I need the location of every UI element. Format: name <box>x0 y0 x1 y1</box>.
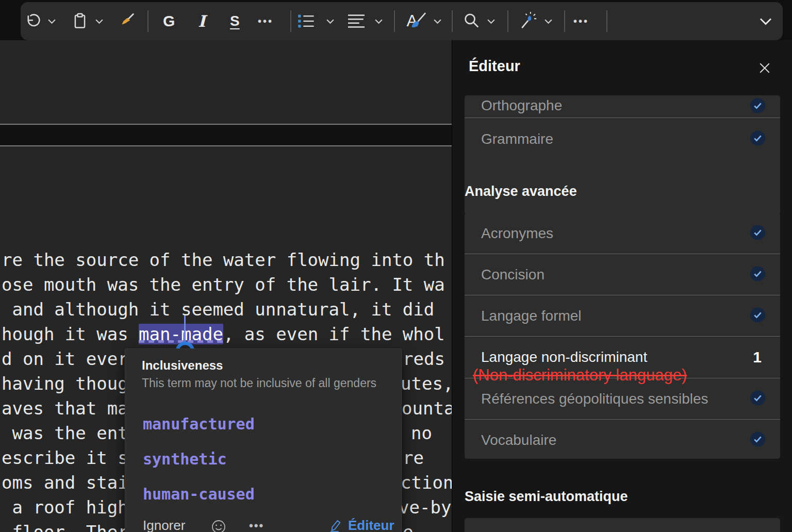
ellipsis-icon: ••• <box>573 15 589 27</box>
row-label: Langage formel <box>481 308 582 324</box>
chevron-down-icon <box>544 19 553 24</box>
panel-row-grammaire[interactable]: Grammaire <box>465 118 780 160</box>
doc-line: and although it seemed unnatural, it did <box>2 297 452 322</box>
ignore-button[interactable]: Ignorer <box>143 518 185 532</box>
align-dropdown[interactable] <box>374 2 383 40</box>
chevron-down-icon <box>759 18 772 25</box>
clipboard-icon <box>71 12 89 30</box>
italic-button[interactable]: I <box>198 2 206 40</box>
chevron-down-icon <box>374 19 383 24</box>
feedback-smiley-icon[interactable] <box>211 519 226 532</box>
panel-row-concision[interactable]: Concision <box>465 254 780 295</box>
row-label: Acronymes <box>481 225 553 242</box>
bullet-list-icon <box>297 13 316 29</box>
panel-row-orthographe[interactable]: Orthographe <box>465 95 780 118</box>
chevron-down-icon <box>47 19 56 24</box>
panel-title: Éditeur <box>469 58 520 75</box>
ink-editor-button[interactable] <box>518 2 537 40</box>
editor-pen-icon <box>329 519 343 532</box>
toolbar-divider <box>507 10 508 32</box>
issue-count: 1 <box>753 348 762 366</box>
collapse-ribbon-button[interactable] <box>759 2 772 40</box>
format-painter-button[interactable] <box>118 2 136 40</box>
doc-line-flagged: hough it was man-made, as even if the wh… <box>2 322 452 346</box>
popup-subtitle: This term may not be inclusive of all ge… <box>142 376 376 390</box>
check-badge[interactable] <box>750 130 766 148</box>
popup-title: Inclusiveness <box>142 358 223 373</box>
panel-row-acronymes[interactable]: Acronymes <box>465 213 780 254</box>
page-gap <box>0 124 452 146</box>
toolbar: G I S ••• <box>0 0 792 40</box>
row-label: Langage non-discriminant <box>481 349 647 365</box>
doc-line: re the source of the water flowing into … <box>2 247 452 272</box>
italic-label: I <box>198 2 206 40</box>
search-button[interactable] <box>462 2 481 40</box>
row-label: Orthographe <box>481 97 562 114</box>
row-label: Grammaire <box>481 131 553 147</box>
toolbar-divider <box>147 10 148 32</box>
advanced-analysis-card: Acronymes Concision Langage formel Langa… <box>465 213 780 459</box>
align-button[interactable] <box>346 2 366 40</box>
close-icon[interactable] <box>758 62 771 74</box>
chevron-down-icon <box>487 19 496 24</box>
toolbar-divider <box>394 10 395 32</box>
text-caret <box>184 315 186 342</box>
doc-line: ose mouth was the entry of the lair. It … <box>2 272 452 297</box>
underline-label: S <box>230 2 240 40</box>
section-header-autocomplete: Saisie semi-automatique <box>465 489 628 505</box>
chevron-down-icon <box>326 19 335 24</box>
chevron-down-icon <box>95 19 104 24</box>
toolbar-divider <box>290 10 291 32</box>
check-badge[interactable] <box>750 97 766 115</box>
word-window: G I S ••• <box>0 0 792 532</box>
open-editor-button[interactable]: Éditeur <box>329 518 394 532</box>
undo-button[interactable] <box>25 2 42 40</box>
toolbar-divider <box>606 10 607 32</box>
ellipsis-icon: ••• <box>258 15 273 27</box>
undo-dropdown[interactable] <box>47 2 56 40</box>
bold-button[interactable]: G <box>163 2 175 40</box>
suggestion-human-caused[interactable]: human-caused <box>143 485 255 503</box>
row-label: Concision <box>481 267 544 283</box>
check-badge[interactable] <box>750 390 766 408</box>
bullet-list-dropdown[interactable] <box>326 2 335 40</box>
editor-panel: Éditeur Orthographe Grammaire Analyse av… <box>452 40 792 532</box>
row-label: Vocabulaire <box>481 432 556 448</box>
panel-row-vocabulaire[interactable]: Vocabulaire <box>465 420 780 459</box>
check-badge[interactable] <box>750 307 766 325</box>
row-label: Références géopolitiques sensibles <box>481 391 708 407</box>
section-header-advanced: Analyse avancée <box>465 184 577 200</box>
open-editor-label: Éditeur <box>348 518 394 532</box>
paste-dropdown[interactable] <box>95 2 104 40</box>
check-badge[interactable] <box>750 265 766 284</box>
ribbon: G I S ••• <box>21 2 783 40</box>
search-dropdown[interactable] <box>487 2 496 40</box>
search-icon <box>462 12 481 30</box>
bold-label: G <box>163 2 175 40</box>
font-color-button[interactable]: A <box>405 2 428 40</box>
suggestion-synthetic[interactable]: synthetic <box>143 450 227 468</box>
ink-editor-dropdown[interactable] <box>544 2 553 40</box>
paste-button[interactable] <box>71 2 89 40</box>
suggestion-manufactured[interactable]: manufactured <box>143 415 255 433</box>
chevron-down-icon <box>433 19 442 24</box>
check-badge[interactable] <box>750 224 766 242</box>
font-color-dropdown[interactable] <box>433 2 442 40</box>
toolbar-more-button[interactable]: ••• <box>573 2 589 40</box>
bullet-list-button[interactable] <box>297 2 316 40</box>
autocomplete-card <box>465 518 780 532</box>
panel-row-langage-formel[interactable]: Langage formel <box>465 295 780 337</box>
translation-annotation: (Non-discriminatory language) <box>473 366 687 385</box>
toolbar-divider <box>452 10 453 32</box>
magic-pen-icon <box>518 11 537 31</box>
toolbar-divider <box>564 10 565 32</box>
align-lines-icon <box>346 13 366 29</box>
panel-row-references-geopolitiques[interactable]: Références géopolitiques sensibles <box>465 378 780 420</box>
check-badge[interactable] <box>750 431 766 449</box>
font-color-brush-icon: A <box>405 11 428 31</box>
undo-icon <box>25 12 42 30</box>
popup-more-button[interactable]: ••• <box>249 519 264 532</box>
font-overflow-button[interactable]: ••• <box>258 2 273 40</box>
format-painter-icon <box>118 12 136 30</box>
underline-button[interactable]: S <box>230 2 240 40</box>
